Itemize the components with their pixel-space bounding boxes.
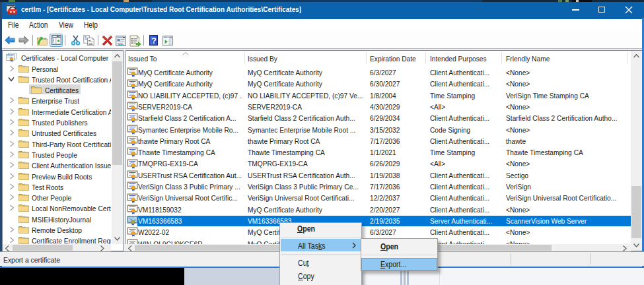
svg-text:?: ? (151, 36, 157, 46)
